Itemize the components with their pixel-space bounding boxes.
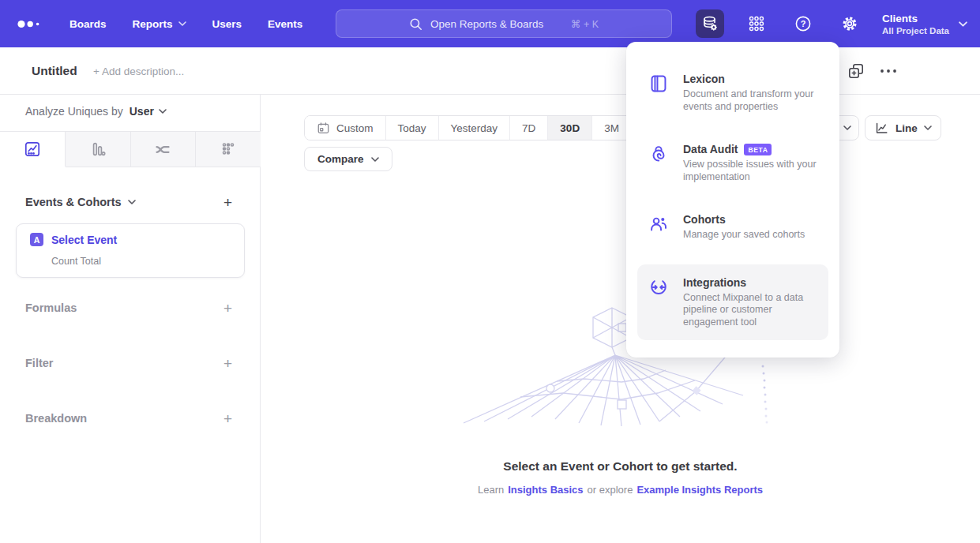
analyze-unit-dropdown[interactable]: User (130, 105, 167, 118)
tab-flow-chart[interactable] (131, 132, 197, 167)
more-options-button[interactable] (880, 69, 897, 73)
grid-icon (747, 14, 766, 33)
learn-prefix: Learn (478, 484, 504, 496)
analyze-label: Analyze Uniques by (25, 105, 123, 118)
apps-grid-button[interactable] (742, 9, 771, 38)
add-breakdown-button[interactable]: + (223, 411, 232, 426)
help-icon: ? (794, 14, 813, 33)
date-range-3m[interactable]: 3M (591, 116, 631, 140)
chevron-down-icon (178, 21, 186, 26)
duplicate-report-button[interactable] (847, 62, 865, 81)
compare-button[interactable]: Compare (304, 147, 392, 171)
add-event-button[interactable]: + (223, 195, 232, 210)
events-cohorts-section: Events & Cohorts + (0, 193, 261, 211)
line-chart-icon (874, 121, 889, 136)
ellipsis-icon (880, 69, 897, 73)
event-series-badge: A (30, 233, 43, 246)
chevron-down-icon (159, 109, 167, 114)
nav-boards[interactable]: Boards (69, 18, 107, 30)
example-reports-link[interactable]: Example Insights Reports (636, 484, 763, 496)
menu-item-data-audit[interactable]: Data Audit BETA View possible issues wit… (637, 131, 828, 195)
mixpanel-logo (17, 19, 41, 29)
filter-section: Filter + (0, 354, 261, 372)
project-scope: All Project Data (882, 26, 949, 36)
add-filter-button[interactable]: + (223, 356, 232, 371)
menu-item-cohorts[interactable]: Cohorts Manage your saved cohorts (637, 201, 828, 253)
menu-item-integrations[interactable]: Integrations Connect Mixpanel to a data … (637, 264, 828, 341)
primary-nav: Boards Reports Users Events (69, 18, 302, 30)
nav-right-cluster: ? Clients All Project Data (696, 0, 967, 47)
copy-plus-icon (847, 62, 865, 81)
explore-middle: or explore (588, 484, 633, 496)
settings-button[interactable] (835, 9, 864, 38)
date-range-30d[interactable]: 30D (547, 116, 591, 140)
date-range-custom[interactable]: Custom (305, 116, 385, 140)
tab-metric[interactable] (196, 132, 261, 167)
chart-type-tabs (0, 131, 261, 167)
chevron-down-icon (128, 200, 136, 204)
gear-icon (840, 14, 859, 33)
project-switcher[interactable]: Clients All Project Data (882, 13, 967, 36)
chevron-down-icon (924, 125, 932, 130)
search-icon (409, 17, 422, 31)
filter-label: Filter (25, 357, 53, 369)
integrations-icon (648, 276, 669, 329)
report-title[interactable]: Untitled (32, 64, 77, 78)
svg-text:?: ? (801, 19, 806, 28)
empty-state-title: Select an Event or Cohort to get started… (261, 459, 980, 474)
formulas-label: Formulas (25, 301, 77, 314)
query-builder-sidebar: Analyze Uniques by User (0, 95, 261, 543)
nav-reports[interactable]: Reports (133, 18, 186, 30)
empty-state-links: Learn Insights Basics or explore Example… (261, 484, 980, 496)
data-management-menu: Lexicon Document and transform your even… (626, 42, 839, 358)
select-event-card[interactable]: A Select Event Count Total (16, 223, 245, 278)
menu-item-lexicon[interactable]: Lexicon Document and transform your even… (637, 61, 828, 125)
search-shortcut: ⌘ + K (571, 18, 599, 30)
breakdown-label: Breakdown (25, 412, 87, 425)
analyze-row: Analyze Uniques by User (25, 105, 167, 118)
chevron-down-icon (959, 21, 967, 27)
date-range-control: Custom Today Yesterday 7D 30D 3M 6M (304, 115, 671, 140)
tab-bar-chart[interactable] (66, 132, 131, 167)
nav-users[interactable]: Users (212, 18, 242, 30)
chart-type-dropdown[interactable]: Line (865, 115, 941, 140)
beta-badge: BETA (744, 144, 772, 155)
events-cohorts-label[interactable]: Events & Cohorts (25, 196, 136, 208)
flow-tab-icon (154, 140, 171, 158)
lexicon-description: Document and transform your events and p… (683, 88, 824, 113)
date-range-yesterday[interactable]: Yesterday (438, 116, 510, 140)
global-search[interactable]: ⌘ + K (336, 9, 672, 38)
insights-basics-link[interactable]: Insights Basics (508, 484, 583, 496)
integrations-description: Connect Mixpanel to a data pipeline or c… (683, 292, 824, 329)
cohorts-description: Manage your saved cohorts (683, 229, 824, 242)
data-management-button[interactable] (696, 9, 724, 38)
top-nav: Boards Reports Users Events ⌘ + K (0, 0, 980, 47)
calendar-icon (317, 122, 330, 135)
cohorts-icon (648, 213, 669, 242)
chevron-down-icon (371, 157, 379, 162)
date-range-today[interactable]: Today (385, 116, 438, 140)
bar-chart-tab-icon (89, 140, 107, 158)
event-aggregation-label[interactable]: Count Total (51, 256, 101, 267)
chevron-down-icon (843, 125, 851, 130)
tab-insights-line[interactable] (0, 132, 66, 167)
project-name: Clients (882, 13, 918, 24)
data-audit-icon (648, 143, 669, 183)
line-chart-tab-icon (24, 140, 41, 158)
report-canvas: Custom Today Yesterday 7D 30D 3M 6M Comp… (261, 95, 980, 543)
data-audit-description: View possible issues with your implement… (683, 159, 824, 183)
nav-events[interactable]: Events (268, 18, 302, 30)
database-gear-icon (700, 14, 719, 33)
select-event-label: Select Event (51, 234, 117, 246)
add-formula-button[interactable]: + (223, 301, 232, 316)
lexicon-icon (648, 73, 669, 113)
search-input[interactable] (430, 18, 563, 30)
date-range-7d[interactable]: 7D (509, 116, 547, 140)
add-description-button[interactable]: + Add description... (93, 65, 184, 77)
formulas-section: Formulas + (0, 299, 261, 316)
metric-tab-icon (220, 140, 237, 158)
breakdown-section: Breakdown + (0, 410, 261, 427)
help-button[interactable]: ? (789, 9, 817, 38)
